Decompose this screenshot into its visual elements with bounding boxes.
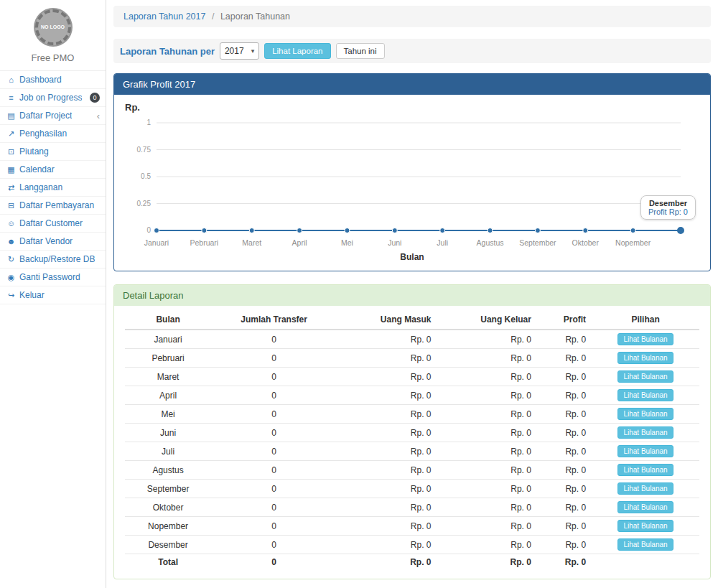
total-uang_keluar: Rp. 0 [437, 554, 536, 571]
cell-jumlah_transfer: 0 [211, 517, 337, 536]
sidebar-item-label: Daftar Project [19, 111, 72, 121]
total-pilihan [592, 554, 699, 571]
sidebar-item-dashboard[interactable]: ⌂Dashboard [0, 71, 106, 89]
lihat-bulanan-button[interactable]: Lihat Bulanan [617, 520, 673, 532]
cell-jumlah_transfer: 0 [211, 424, 337, 442]
lihat-bulanan-button[interactable]: Lihat Bulanan [617, 370, 673, 383]
column-header-pilihan: Pilihan [592, 310, 699, 330]
tahun-ini-button[interactable]: Tahun ini [336, 43, 385, 59]
chart-point[interactable] [440, 228, 445, 233]
table-row: Juli0Rp. 0Rp. 0Rp. 0Lihat Bulanan [125, 442, 699, 461]
cell-uang_masuk: Rp. 0 [337, 498, 437, 517]
sidebar-item-ganti-password[interactable]: ◉Ganti Password [0, 269, 106, 286]
x-tick-label: Pebruari [190, 238, 219, 247]
sidebar-item-label: Langganan [19, 182, 62, 192]
sidebar-item-job-on-progress[interactable]: ≡Job on Progress0 [0, 89, 106, 107]
cell-bulan: September [125, 480, 211, 498]
lihat-bulanan-button[interactable]: Lihat Bulanan [617, 333, 673, 345]
money-icon: ⊡ [6, 147, 17, 157]
sidebar-item-calendar[interactable]: ▦Calendar [0, 161, 106, 179]
x-tick-label: Juli [437, 238, 448, 247]
column-header-profit: Profit [537, 310, 592, 330]
lihat-bulanan-button[interactable]: Lihat Bulanan [617, 501, 673, 513]
cell-uang_masuk: Rp. 0 [337, 368, 437, 386]
lihat-bulanan-button[interactable]: Lihat Bulanan [617, 426, 673, 439]
chart-point[interactable] [535, 228, 540, 233]
main-content: Laporan Tahun 2017 / Laporan Tahunan Lap… [106, 0, 718, 588]
sidebar-item-label: Calendar [19, 164, 55, 174]
sidebar-item-backup-restore-db[interactable]: ↻Backup/Restore DB [0, 251, 106, 269]
cell-jumlah_transfer: 0 [211, 368, 337, 386]
chart-point[interactable] [154, 228, 159, 233]
cell-uang_masuk: Rp. 0 [337, 442, 437, 461]
sidebar-item-keluar[interactable]: ↪Keluar [0, 286, 106, 304]
cell-bulan: Desember [125, 536, 211, 554]
sidebar-item-daftar-pembayaran[interactable]: ⊟Daftar Pembayaran [0, 197, 106, 215]
chart-point[interactable] [345, 228, 350, 233]
cell-uang_masuk: Rp. 0 [337, 386, 437, 405]
cell-jumlah_transfer: 0 [211, 405, 337, 424]
cell-profit: Rp. 0 [537, 498, 592, 517]
sidebar-item-langganan[interactable]: ⇄Langganan [0, 179, 106, 197]
x-tick-label: September [519, 238, 556, 247]
cell-pilihan: Lihat Bulanan [592, 461, 699, 480]
cell-uang_keluar: Rp. 0 [437, 405, 536, 424]
cell-profit: Rp. 0 [537, 536, 592, 554]
cell-bulan: Januari [125, 330, 211, 349]
table-icon: ▤ [6, 111, 17, 121]
users-icon: ☻ [6, 237, 17, 246]
lihat-bulanan-button[interactable]: Lihat Bulanan [617, 464, 673, 476]
chart-point[interactable] [297, 228, 302, 233]
lihat-laporan-button[interactable]: Lihat Laporan [264, 43, 330, 59]
year-select[interactable]: 2017 ▾ [220, 42, 259, 60]
profit-chart: 00.250.50.751JanuariPebruariMaretAprilMe… [125, 114, 699, 252]
chart-point[interactable] [677, 227, 684, 234]
filter-bar: Laporan Tahunan per 2017 ▾ Lihat Laporan… [113, 39, 711, 63]
sidebar-item-daftar-customer[interactable]: ☺Daftar Customer [0, 215, 106, 233]
lihat-bulanan-button[interactable]: Lihat Bulanan [617, 482, 673, 495]
no-logo-text: NO LOGO [41, 24, 65, 30]
lihat-bulanan-button[interactable]: Lihat Bulanan [617, 445, 673, 457]
sidebar-item-daftar-project[interactable]: ▤Daftar Project‹ [0, 107, 106, 125]
lihat-bulanan-button[interactable]: Lihat Bulanan [617, 408, 673, 420]
breadcrumb-link[interactable]: Laporan Tahun 2017 [123, 11, 205, 22]
cell-uang_keluar: Rp. 0 [437, 368, 536, 386]
table-row: Mei0Rp. 0Rp. 0Rp. 0Lihat Bulanan [125, 405, 699, 424]
total-profit: Rp. 0 [537, 554, 592, 571]
sidebar-item-label: Keluar [19, 290, 45, 300]
cell-profit: Rp. 0 [537, 368, 592, 386]
chart-tooltip-title: Desember [648, 199, 688, 207]
table-row: Juni0Rp. 0Rp. 0Rp. 0Lihat Bulanan [125, 424, 699, 442]
detail-panel-title: Detail Laporan [114, 285, 710, 306]
chart-point[interactable] [202, 228, 207, 233]
cell-uang_keluar: Rp. 0 [437, 349, 536, 368]
filter-label: Laporan Tahunan per [120, 46, 215, 57]
cell-bulan: Juni [125, 424, 211, 442]
table-row: Agustus0Rp. 0Rp. 0Rp. 0Lihat Bulanan [125, 461, 699, 480]
chart-point[interactable] [249, 228, 254, 233]
lihat-bulanan-button[interactable]: Lihat Bulanan [617, 538, 673, 551]
sidebar-item-daftar-vendor[interactable]: ☻Daftar Vendor [0, 233, 106, 251]
sidebar-item-label: Daftar Pembayaran [19, 200, 94, 210]
chart-point[interactable] [392, 228, 397, 233]
signout-icon: ↪ [6, 291, 17, 300]
cell-uang_masuk: Rp. 0 [337, 349, 437, 368]
chart-x-axis-label: Bulan [125, 252, 699, 265]
x-tick-label: Mei [341, 238, 353, 247]
lihat-bulanan-button[interactable]: Lihat Bulanan [617, 389, 673, 401]
chart-y-axis-label: Rp. [125, 102, 699, 113]
cell-jumlah_transfer: 0 [211, 386, 337, 405]
cell-bulan: April [125, 386, 211, 405]
sidebar-item-label: Job on Progress [19, 93, 82, 103]
cell-pilihan: Lihat Bulanan [592, 517, 699, 536]
column-header-uang-masuk: Uang Masuk [337, 310, 437, 330]
lihat-bulanan-button[interactable]: Lihat Bulanan [617, 352, 673, 364]
chevron-down-icon: ▾ [251, 47, 255, 55]
cell-jumlah_transfer: 0 [211, 498, 337, 517]
sidebar-item-piutang[interactable]: ⊡Piutang [0, 143, 106, 161]
chart-point[interactable] [583, 228, 588, 233]
cell-bulan: Oktober [125, 498, 211, 517]
chart-point[interactable] [488, 228, 493, 233]
chart-point[interactable] [630, 228, 635, 233]
sidebar-item-penghasilan[interactable]: ↗Penghasilan [0, 125, 106, 143]
